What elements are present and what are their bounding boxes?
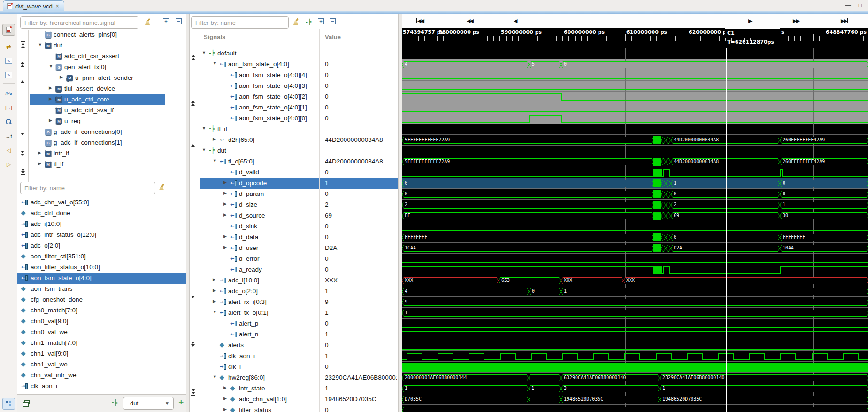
wave-row-aon_fsm_state_o[interactable]: 450: [402, 59, 868, 70]
zoom-icon[interactable]: [2, 116, 15, 128]
tree-item-adc_ctrl_csr_assert[interactable]: Madc_ctrl_csr_assert: [30, 51, 186, 62]
collapsed-arrow-icon[interactable]: ▶: [49, 86, 52, 90]
collapsed-arrow-icon[interactable]: ▶: [49, 96, 52, 101]
list-item-adc_chn_val_o-55-0-[interactable]: ←adc_chn_val_o[55:0]: [17, 197, 186, 208]
tree-item-u_adc_ctrl_core[interactable]: ▶Mu_adc_ctrl_core: [30, 94, 186, 105]
list-item-chn1_val-9-0-[interactable]: ◆chn1_val[9:0]: [17, 349, 186, 359]
add-scope-signals-icon[interactable]: -╞: [306, 19, 311, 25]
collapsed-arrow-icon[interactable]: ▶: [223, 385, 227, 390]
signals-expand-all-icon[interactable]: +: [318, 18, 324, 24]
wave-row-d2h[interactable]: 5FEFFFFFFFFF72A944D20000000034A8260FFFFF…: [402, 135, 868, 146]
signal-row-tl_o-65-0-[interactable]: ▼←tl_o[65:0]44D20000000034A8: [190, 156, 398, 167]
wave-row-d_error[interactable]: [402, 254, 868, 264]
signal-row-alert_p[interactable]: ←alert_p0: [190, 319, 398, 329]
wave-row-d_param[interactable]: 000: [402, 189, 868, 200]
collapsed-arrow-icon[interactable]: ▶: [223, 212, 227, 217]
signal-row-aon_fsm_state_o-4-0-4-[interactable]: ←aon_fsm_state_o[4:0][4]0: [190, 70, 398, 81]
wave-row-default-group[interactable]: [402, 48, 868, 59]
add-scope-icon[interactable]: +: [178, 399, 184, 406]
clear-signal-filter-icon[interactable]: [158, 184, 165, 191]
expanded-arrow-icon[interactable]: ▼: [213, 158, 217, 163]
list-item-clk_aon_i[interactable]: →clk_aon_i: [17, 381, 186, 392]
list-item-chn_val_intr_we[interactable]: ◆chn_val_intr_we: [17, 370, 186, 381]
tree-item-connect_alerts_pins-0-[interactable]: Gconnect_alerts_pins[0]: [30, 30, 186, 40]
tree-item-g_adc_if_connections-1-[interactable]: Gg_adc_if_connections[1]: [30, 138, 186, 148]
signal-row-aon_fsm_state_o-4-0-2-[interactable]: ←aon_fsm_state_o[4:0][2]0: [190, 92, 398, 102]
wave-row-d_opcode[interactable]: 010: [402, 178, 868, 189]
wave-row-aon_fsm_state_o-bit3[interactable]: [402, 81, 868, 92]
collapsed-arrow-icon[interactable]: ▶: [49, 118, 52, 123]
tree-item-tlul_assert_device[interactable]: ▶Mtlul_assert_device: [30, 84, 186, 94]
wave-row-clk_aon_i[interactable]: [402, 351, 868, 362]
collapsed-arrow-icon[interactable]: ▶: [223, 191, 227, 195]
collapsed-arrow-icon[interactable]: ▶: [213, 299, 216, 303]
go-to-time-icon[interactable]: →t: [2, 130, 15, 142]
signals-filter-input[interactable]: [191, 16, 289, 29]
collapsed-arrow-icon[interactable]: ▶: [38, 150, 41, 155]
wave-row-alert_n[interactable]: [402, 329, 868, 340]
column-divider[interactable]: [319, 29, 320, 412]
wave-row-d_data[interactable]: FFFFFFFF0FFFFFFFF: [402, 232, 868, 243]
go-to-start-button[interactable]: ◀◀: [416, 17, 423, 24]
cursor-time-box[interactable]: C1 T=626112870ps: [725, 28, 780, 38]
expanded-arrow-icon[interactable]: ▼: [202, 126, 206, 131]
collapsed-arrow-icon[interactable]: ▶: [213, 137, 216, 141]
collapse-all-icon[interactable]: −: [176, 18, 182, 24]
wave-row-aon_fsm_state_o-bit2[interactable]: [402, 92, 868, 102]
collapsed-arrow-icon[interactable]: ▶: [60, 75, 63, 79]
wave-view-toggle-button[interactable]: [2, 24, 15, 36]
collapsed-arrow-icon[interactable]: ▶: [213, 288, 216, 293]
scroll-top-icon[interactable]: [21, 41, 25, 48]
list-item-adc_intr_status_o-12-0-[interactable]: ←adc_intr_status_o[12:0]: [17, 230, 186, 241]
signal-row-adc_chn_val-1-0-[interactable]: ▶◆adc_chn_val[1:0]19486520D7035C: [190, 394, 398, 405]
expanded-arrow-icon[interactable]: ▼: [202, 50, 206, 55]
wave-row-filter_status[interactable]: [402, 405, 868, 412]
wave-row-d_source[interactable]: FF6930: [402, 210, 868, 221]
signal-row-d_opcode[interactable]: ▶←d_opcode1: [190, 178, 398, 189]
fast-backward-button[interactable]: ◀◀: [467, 17, 473, 24]
signal-row-alert_n[interactable]: ←alert_n1: [190, 329, 398, 340]
signal-row-clk_i[interactable]: →clk_i0: [190, 362, 398, 373]
collapsed-arrow-icon[interactable]: ▶: [213, 277, 216, 282]
wave-row-aon_fsm_state_o-bit0[interactable]: [402, 113, 868, 124]
signal-row-d2h-65-0-[interactable]: ▶↔d2h[65:0]44D20000000034A8: [190, 135, 398, 146]
collapsed-arrow-icon[interactable]: ▶: [223, 407, 227, 412]
wave-row-d_size[interactable]: 221: [402, 200, 868, 210]
list-item-aon_fsm_trans[interactable]: ◆aon_fsm_trans: [17, 284, 186, 295]
wave-row-intr_state[interactable]: 1131: [402, 383, 868, 394]
tab-dvt-wave-vcd[interactable]: dvt_wave.vcd ×: [3, 0, 64, 11]
list-item-aon_filter_status_o-10-0-[interactable]: ←aon_filter_status_o[10:0]: [17, 262, 186, 273]
signal-row-aon_fsm_state_o-4-0-1-[interactable]: ←aon_fsm_state_o[4:0][1]0: [190, 102, 398, 113]
tree-item-gen_alert_tx-0-[interactable]: ▼Ggen_alert_tx[0]: [30, 62, 186, 73]
list-item-chn0_val-9-0-[interactable]: ◆chn0_val[9:0]: [17, 316, 186, 327]
wave-row-alert_p[interactable]: [402, 319, 868, 329]
wave-row-clk_i[interactable]: [402, 362, 868, 373]
expanded-arrow-icon[interactable]: ▼: [49, 64, 53, 69]
list-item-chn0_match-7-0-[interactable]: ◆chn0_match[7:0]: [17, 305, 186, 316]
signal-row-d_source[interactable]: ▶←d_source69: [190, 210, 398, 221]
tree-item-g_adc_if_connections-0-[interactable]: Gg_adc_if_connections[0]: [30, 127, 186, 138]
signal-row-hw2reg-86-0-[interactable]: ▼◆hw2reg[86:0]23290CA41AE06B80000140: [190, 373, 398, 383]
list-item-adc_o-2-0-[interactable]: ←adc_o[2:0]: [17, 241, 186, 251]
minimize-icon[interactable]: —: [845, 2, 851, 8]
signal-row-d_valid[interactable]: ←d_valid0: [190, 167, 398, 178]
list-item-chn0_val_we[interactable]: ◆chn0_val_we: [17, 327, 186, 338]
signal-filter-input[interactable]: [20, 182, 155, 194]
line-up-icon[interactable]: [21, 80, 24, 83]
line-down-icon[interactable]: [21, 133, 24, 135]
collapsed-arrow-icon[interactable]: ▶: [223, 234, 227, 239]
signal-row-d_size[interactable]: ▶←d_size2: [190, 200, 398, 210]
hierarchy-toggle-button[interactable]: [2, 398, 15, 410]
signal-row-filter_status[interactable]: ▶◆filter_status0: [190, 405, 398, 412]
expanded-arrow-icon[interactable]: ▼: [213, 374, 217, 379]
clear-signals-filter-icon[interactable]: [292, 18, 300, 25]
wave-row-d_user[interactable]: 1CAAD2A10AA: [402, 243, 868, 254]
signal-row-d_data[interactable]: ▶←d_data0: [190, 232, 398, 243]
expanded-arrow-icon[interactable]: ▼: [213, 61, 217, 66]
signal-row-aon_fsm_state_o-4-0-0-[interactable]: ←aon_fsm_state_o[4:0][0]0: [190, 113, 398, 124]
expanded-arrow-icon[interactable]: ▼: [38, 42, 42, 47]
wave-row-aon_fsm_state_o-bit4[interactable]: [402, 70, 868, 81]
signal-row-default[interactable]: ▼-╞default: [190, 48, 398, 59]
add-signal-icon[interactable]: #∿: [2, 88, 15, 100]
signal-row-alerts[interactable]: ◆alerts0: [190, 340, 398, 351]
